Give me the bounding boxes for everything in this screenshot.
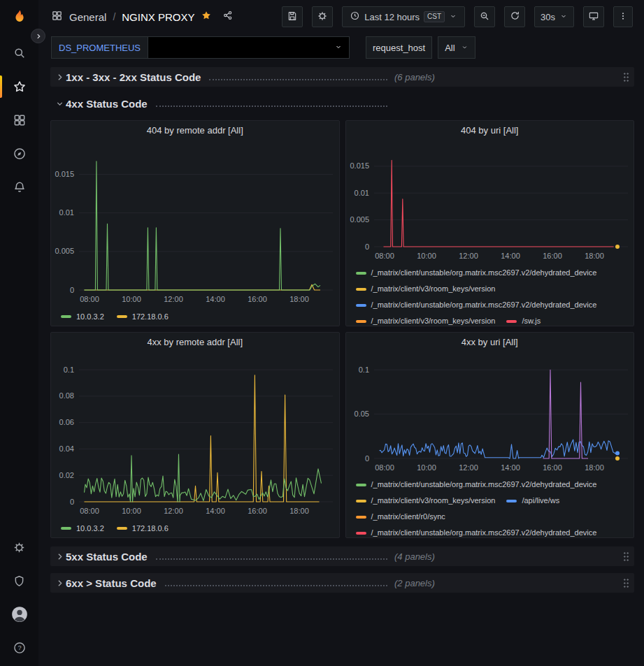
kebab-icon <box>618 10 628 24</box>
panel-title[interactable]: 4xx by uri [All] <box>346 333 634 351</box>
chevron-right-icon <box>53 552 66 561</box>
legend-item[interactable]: /api/live/ws <box>506 493 559 509</box>
legend-series-color <box>356 484 366 486</box>
legend-item[interactable]: /_matrix/client/v3/room_keys/version <box>356 493 496 509</box>
row-header-4xx[interactable]: 4xx Status Code <box>50 94 634 113</box>
row-drag-handle[interactable] <box>623 72 629 82</box>
svg-text:10:00: 10:00 <box>122 507 141 515</box>
request-host-variable-value[interactable]: All <box>438 36 475 59</box>
panel-404-by-remote-addr: 404 by remote addr [All]00.0050.010.0150… <box>50 120 340 326</box>
legend-item[interactable]: 10.0.3.2 <box>61 524 104 533</box>
svg-text:0.1: 0.1 <box>358 365 368 374</box>
legend-series-color <box>356 320 366 323</box>
row-title: 6xx > Status Code <box>66 577 157 589</box>
legend-item[interactable]: 10.0.3.2 <box>61 312 104 321</box>
sidebar-item-help[interactable]: ? <box>0 631 38 665</box>
shield-icon <box>13 574 26 588</box>
time-range-picker[interactable]: Last 12 hours CST <box>342 6 465 27</box>
share-icon[interactable] <box>222 10 234 24</box>
timeseries-chart[interactable]: 00.0050.010.01508:0010:0012:0014:0016:00… <box>51 139 338 307</box>
row-drag-handle[interactable] <box>623 551 629 562</box>
svg-text:0.01: 0.01 <box>59 208 74 217</box>
svg-text:0: 0 <box>70 498 74 506</box>
sidebar-item-dashboards[interactable] <box>0 103 38 137</box>
legend-series-color <box>356 288 366 291</box>
legend-item[interactable]: 172.18.0.6 <box>117 312 169 321</box>
legend-item[interactable]: /_matrix/client/unstable/org.matrix.msc2… <box>356 265 597 281</box>
datasource-variable-value[interactable] <box>148 36 350 59</box>
panel-4xx-by-remote-addr: 4xx by remote addr [All]00.020.040.060.0… <box>50 332 340 538</box>
legend-item[interactable]: /_matrix/client/unstable/org.matrix.msc2… <box>356 477 597 493</box>
breadcrumb-section[interactable]: General <box>69 11 106 23</box>
breadcrumb-separator: / <box>113 11 115 22</box>
request-host-selected: All <box>445 43 455 53</box>
sidebar-item-starred[interactable] <box>0 70 38 103</box>
chevron-down-icon <box>449 12 457 22</box>
legend-series-label: /_matrix/client/v3/room_keys/version <box>371 313 496 326</box>
legend-item[interactable]: 172.18.0.6 <box>117 524 169 533</box>
gear-icon <box>317 10 328 24</box>
row-header-1xx-3xx-2xx[interactable]: 1xx - 3xx - 2xx Status Code (6 panels) <box>50 67 634 87</box>
legend-item[interactable]: /_matrix/client/v3/room_keys/version <box>356 281 496 297</box>
svg-text:08:00: 08:00 <box>80 295 99 303</box>
save-dashboard-button[interactable] <box>282 6 303 27</box>
row-drag-handle[interactable] <box>623 578 629 588</box>
legend-item[interactable]: /_matrix/client/r0/sync <box>356 509 445 525</box>
refresh-interval-dropdown[interactable]: 30s <box>534 6 574 27</box>
panel-title[interactable]: 404 by uri [All] <box>346 121 634 139</box>
svg-text:12:00: 12:00 <box>459 463 478 472</box>
legend-series-color <box>117 315 127 318</box>
zoom-out-button[interactable] <box>474 6 495 27</box>
dashboard-settings-button[interactable] <box>312 6 333 27</box>
legend-series-label: /_matrix/client/unstable/org.matrix.msc2… <box>371 297 597 313</box>
legend-item[interactable]: /sw.js <box>506 313 541 326</box>
cycle-view-mode-button[interactable] <box>583 6 604 27</box>
dashboard-content: 1xx - 3xx - 2xx Status Code (6 panels) 4… <box>38 61 644 593</box>
legend-item[interactable]: /_matrix/client/unstable/org.matrix.msc2… <box>356 525 597 537</box>
dashboard-squares-icon <box>51 10 63 24</box>
svg-text:0.08: 0.08 <box>59 391 74 400</box>
timeseries-chart[interactable]: 00.020.040.060.080.108:0010:0012:0014:00… <box>51 351 338 519</box>
svg-text:0.1: 0.1 <box>64 365 74 374</box>
sidebar-item-settings[interactable] <box>0 530 38 564</box>
legend-series-label: /_matrix/client/v3/room_keys/version <box>371 281 496 297</box>
sidebar-item-explore[interactable] <box>0 137 38 171</box>
row-header-5xx[interactable]: 5xx Status Code (4 panels) <box>50 546 634 566</box>
legend-series-label: /_matrix/client/r0/sync <box>371 509 445 525</box>
legend-series-color <box>356 304 366 307</box>
timeseries-chart[interactable]: 00.050.108:0010:0012:0014:0016:0018:00 <box>346 351 634 475</box>
legend-series-label: /_matrix/client/unstable/org.matrix.msc2… <box>371 265 597 281</box>
legend-series-color <box>117 527 127 530</box>
panel-legend: 10.0.3.2172.18.0.6 <box>51 307 339 326</box>
svg-text:18:00: 18:00 <box>289 295 309 303</box>
dotted-leader <box>165 580 387 586</box>
sidebar-expand-button[interactable] <box>31 29 45 43</box>
legend-series-color <box>356 500 366 502</box>
legend-series-label: 172.18.0.6 <box>132 524 169 533</box>
favorite-star-icon[interactable] <box>201 10 212 24</box>
legend-series-color <box>506 500 517 502</box>
svg-text:18:00: 18:00 <box>289 507 309 515</box>
svg-text:0.04: 0.04 <box>59 444 74 453</box>
series-point-marker <box>615 456 620 461</box>
breadcrumb-dashboard-title[interactable]: NGINX PROXY <box>122 11 194 23</box>
sidebar-item-alerting[interactable] <box>0 171 38 204</box>
sidebar-item-profile[interactable] <box>0 598 38 631</box>
avatar <box>10 605 29 623</box>
dashboards-grid-icon <box>13 113 27 127</box>
legend-series-label: /_matrix/client/unstable/org.matrix.msc2… <box>371 525 597 537</box>
navbar-actions: Last 12 hours CST 30s <box>282 6 633 27</box>
refresh-button[interactable] <box>504 6 525 27</box>
row-header-6xx[interactable]: 6xx > Status Code (2 panels) <box>50 573 634 593</box>
legend-item[interactable]: /_matrix/client/unstable/org.matrix.msc2… <box>356 297 597 313</box>
kebab-menu-button[interactable] <box>613 6 633 27</box>
svg-text:14:00: 14:00 <box>501 252 520 260</box>
legend-series-label: /_matrix/client/unstable/org.matrix.msc2… <box>371 477 597 493</box>
panel-title[interactable]: 404 by remote addr [All] <box>51 121 339 139</box>
clock-icon <box>350 10 360 23</box>
panel-title[interactable]: 4xx by remote addr [All] <box>51 333 339 351</box>
timeseries-chart[interactable]: 00.0050.010.01508:0010:0012:0014:0016:00… <box>346 139 634 263</box>
svg-text:16:00: 16:00 <box>543 463 562 472</box>
legend-item[interactable]: /_matrix/client/v3/room_keys/version <box>356 313 496 326</box>
sidebar-item-security[interactable] <box>0 564 38 598</box>
